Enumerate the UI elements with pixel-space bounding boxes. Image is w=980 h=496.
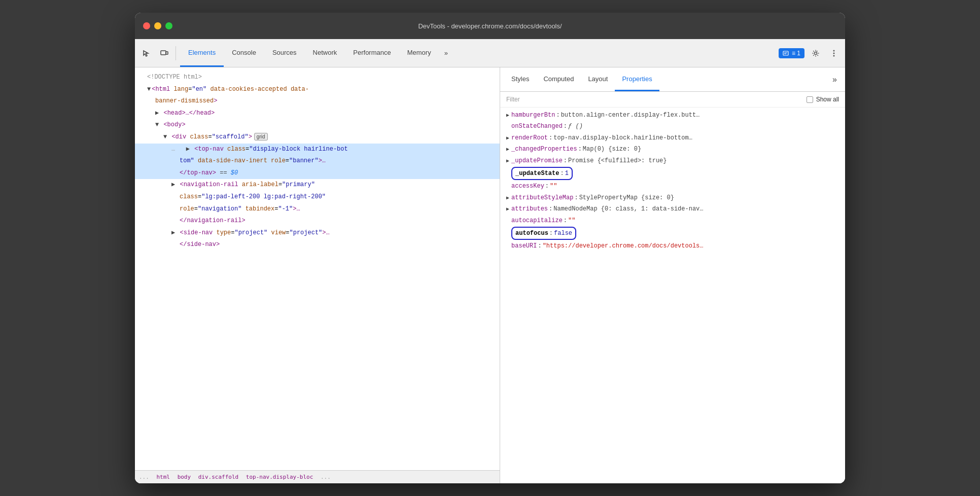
prop-updateState[interactable]: ▶ _updateState: 1	[500, 166, 845, 181]
filter-bar: Show all	[500, 92, 845, 108]
prop-onStateChanged[interactable]: ▶ onStateChanged: ƒ ()	[500, 121, 845, 132]
right-panel: Styles Computed Layout Properties »	[500, 67, 845, 483]
main-content: <!DOCTYPE html> ▼<html lang="en" data-co…	[135, 67, 845, 483]
tab-performance[interactable]: Performance	[345, 39, 399, 67]
settings-button[interactable]	[809, 46, 823, 60]
show-all-label: Show all	[816, 96, 839, 103]
svg-rect-1	[166, 52, 168, 54]
dom-body[interactable]: ▼ <body>	[135, 119, 500, 131]
breadcrumb-top-nav[interactable]: top-nav.display-bloc	[246, 474, 313, 480]
dom-html-cont[interactable]: banner-dismissed>	[135, 95, 500, 108]
dom-side-nav-close: </side-nav>	[135, 239, 500, 251]
minimize-button[interactable]	[154, 22, 161, 29]
breadcrumb-html[interactable]: html	[157, 474, 170, 480]
svg-point-5	[833, 52, 835, 54]
tab-sources[interactable]: Sources	[264, 39, 305, 67]
inspect-element-button[interactable]	[139, 46, 153, 60]
breadcrumb-dots: ...	[139, 474, 149, 480]
dom-head[interactable]: ▶ <head>…</head>	[135, 108, 500, 120]
svg-point-3	[815, 52, 817, 54]
svg-rect-2	[783, 51, 788, 55]
dom-scaffold[interactable]: ▼ <div class="scaffold">grid	[135, 131, 500, 144]
dom-top-nav-dots: … ▶ <top-nav class="display-block hairli…	[135, 144, 500, 156]
tab-memory[interactable]: Memory	[399, 39, 439, 67]
dom-nav-rail-close: </navigation-rail>	[135, 215, 500, 227]
prop-changedProperties[interactable]: ▶ _changedProperties: Map(0) {size: 0}	[500, 144, 845, 155]
tab-elements[interactable]: Elements	[180, 39, 224, 67]
breadcrumb-body[interactable]: body	[178, 474, 191, 480]
breadcrumb-end: ...	[321, 474, 331, 480]
dom-nav-rail[interactable]: ▶ <navigation-rail aria-label="primary"	[135, 179, 500, 191]
prop-attributeStyleMap[interactable]: ▶ attributeStyleMap: StylePropertyMap {s…	[500, 192, 845, 203]
titlebar: DevTools - developer.chrome.com/docs/dev…	[135, 13, 845, 39]
properties-list: ▶ hamburgerBtn: button.align-center.disp…	[500, 108, 845, 483]
show-all-container[interactable]: Show all	[807, 96, 839, 103]
prop-baseURI[interactable]: ▶ baseURI: "https://developer.chrome.com…	[500, 240, 845, 252]
toolbar-right: ≡ 1	[779, 46, 841, 60]
show-all-checkbox[interactable]	[807, 96, 813, 103]
dom-top-nav-cont: tom" data-side-nav-inert role="banner">…	[135, 155, 500, 167]
prop-renderRoot[interactable]: ▶ renderRoot: top-nav.display-block.hair…	[500, 132, 845, 144]
dom-tree[interactable]: <!DOCTYPE html> ▼<html lang="en" data-co…	[135, 67, 500, 470]
dom-nav-rail-class: class="lg:pad-left-200 lg:pad-right-200"	[135, 191, 500, 203]
tab-styles[interactable]: Styles	[504, 67, 536, 91]
prop-hamburgerBtn[interactable]: ▶ hamburgerBtn: button.align-center.disp…	[500, 110, 845, 121]
breadcrumb: ... html body div.scaffold top-nav.displ…	[135, 470, 500, 483]
svg-point-6	[833, 55, 835, 56]
tab-layout[interactable]: Layout	[581, 67, 615, 91]
close-button[interactable]	[143, 22, 150, 29]
tab-network[interactable]: Network	[305, 39, 345, 67]
dom-nav-rail-role: role="navigation" tabindex="-1">…	[135, 203, 500, 216]
more-options-button[interactable]	[827, 46, 841, 60]
dom-top-nav-close[interactable]: </top-nav> == $0	[135, 167, 500, 180]
dom-side-nav[interactable]: ▶ <side-nav type="project" view="project…	[135, 227, 500, 239]
notification-badge[interactable]: ≡ 1	[779, 48, 804, 58]
devtools-toolbar: Elements Console Sources Network Perform…	[135, 39, 845, 67]
tab-more-button[interactable]: »	[439, 39, 453, 67]
window-title: DevTools - developer.chrome.com/docs/dev…	[418, 22, 562, 30]
prop-updatePromise[interactable]: ▶ _updatePromise: Promise {<fulfilled>: …	[500, 155, 845, 166]
tab-properties[interactable]: Properties	[615, 67, 659, 91]
device-toggle-button[interactable]	[157, 46, 171, 60]
dom-doctype: <!DOCTYPE html>	[135, 72, 500, 84]
devtools-body: Elements Console Sources Network Perform…	[135, 39, 845, 483]
tab-console[interactable]: Console	[224, 39, 264, 67]
left-panel: <!DOCTYPE html> ▼<html lang="en" data-co…	[135, 67, 500, 483]
prop-autocapitalize[interactable]: ▶ autocapitalize: ""	[500, 215, 845, 226]
toolbar-icons	[139, 46, 176, 60]
right-tabs: Styles Computed Layout Properties »	[500, 67, 845, 92]
breadcrumb-scaffold[interactable]: div.scaffold	[198, 474, 238, 480]
main-tabs: Elements Console Sources Network Perform…	[180, 39, 453, 67]
traffic-lights	[143, 22, 172, 29]
prop-attributes[interactable]: ▶ attributes: NamedNodeMap {0: class, 1:…	[500, 203, 845, 215]
maximize-button[interactable]	[165, 22, 172, 29]
svg-point-4	[833, 50, 835, 51]
dom-html-open[interactable]: ▼<html lang="en" data-cookies-accepted d…	[135, 84, 500, 96]
tab-computed[interactable]: Computed	[536, 67, 581, 91]
filter-input[interactable]	[506, 96, 582, 103]
prop-accessKey[interactable]: ▶ accessKey: ""	[500, 181, 845, 192]
prop-autofocus[interactable]: ▶ autofocus: false	[500, 226, 845, 240]
devtools-window: DevTools - developer.chrome.com/docs/dev…	[135, 13, 845, 483]
right-tab-more-button[interactable]: »	[828, 67, 841, 91]
svg-rect-0	[161, 51, 166, 55]
